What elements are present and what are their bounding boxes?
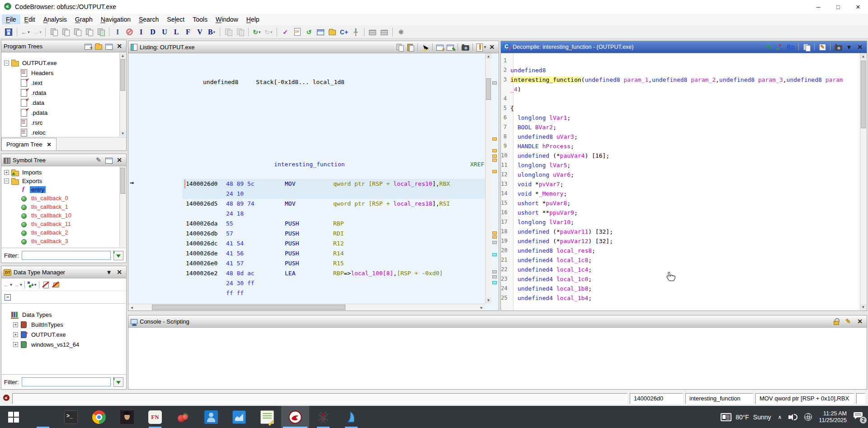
decompile-body[interactable]: 12undefined83interesting_function(undefi… [501,53,867,310]
decompile-line[interactable]: 4 [501,94,859,103]
menu-edit[interactable]: Edit [20,14,39,24]
filter-options-button[interactable] [113,251,123,260]
expander-icon[interactable]: − [4,61,9,66]
recycle-button[interactable]: ↺ [303,27,314,38]
program-tree-item[interactable]: −OUTPUT.exe [1,58,126,68]
parachute-button[interactable]: ╀ [350,27,361,38]
undefine-button[interactable]: U [159,27,170,38]
decompile-line[interactable]: 15 ushort *puVar8; [501,198,859,208]
data-button[interactable]: D [147,27,158,38]
memory-window-button[interactable] [315,27,326,38]
variable-button[interactable]: V [194,27,205,38]
symbol-tree-item[interactable]: tls_callback_11 [1,220,120,228]
scrollbar-thumb[interactable] [120,59,125,91]
minimize-button[interactable]: ─ [808,0,828,14]
assembly-row[interactable]: 1400026d548 89 74MOVqword ptr [RSP + loc… [183,199,485,209]
close-button[interactable]: ✕ [848,0,868,14]
assembly-row[interactable]: 24 18 [183,209,485,219]
dtm-new-datatype-button[interactable]: ▾ [27,280,37,289]
menu-tools[interactable]: Tools [189,14,212,24]
expander-icon[interactable]: + [4,170,9,175]
symbol-tree-item[interactable]: tls_callback_10 [1,211,120,220]
symbol-tree-scrollbar[interactable] [119,167,126,247]
close-button[interactable]: ✕ [115,268,124,277]
panel-menu-button[interactable]: ▾ [104,268,113,277]
scroll-right-icon[interactable]: ▶ [478,304,485,310]
scroll-left-icon[interactable]: ◀ [128,304,135,310]
decompile-line[interactable]: 9 HANDLE hProcess; [501,141,859,151]
taskbar-monitor-app[interactable] [225,406,253,428]
symbol-tree-item[interactable]: tls_callback_3 [1,237,120,245]
listing-scrollbar[interactable]: ▲ ▼ [485,53,491,303]
stack-declaration-line[interactable]: undefined8Stack[-0x1d8... local_1d8 [203,79,344,85]
back-button[interactable]: ←▾ [20,27,31,38]
scroll-marker[interactable] [492,253,497,256]
decompile-line[interactable]: 25 undefined4 local_1b4; [501,293,859,303]
menu-window[interactable]: Window [212,14,242,24]
decompile-line[interactable]: 22 undefined4 local_1c4; [501,265,859,274]
expander-icon[interactable]: + [13,342,18,347]
edit-symbol-button[interactable]: ✎ [94,155,103,165]
assembly-row[interactable]: 1400026d048 89 5cMOVqword ptr [RSP + loc… [183,179,485,189]
analyze-button[interactable]: ↻▾ [251,27,262,38]
edit-button[interactable] [818,42,827,52]
close-button[interactable]: ✕ [855,42,864,52]
decompile-line[interactable]: _4) [501,85,859,94]
taskbar-portrait[interactable] [113,406,141,428]
function-button[interactable]: F [183,27,193,38]
data-type-item[interactable]: +BuiltInTypes [1,320,126,329]
close-button[interactable]: ✕ [855,317,864,326]
binary-doc-button[interactable] [292,27,302,38]
memory-map-button[interactable] [367,27,378,38]
listing-body[interactable]: → undefined8Stack[-0x1d8... local_1d8 in… [128,53,499,310]
symbol-filter-input[interactable] [22,251,111,260]
open-folder-button[interactable] [94,42,103,51]
snapshot-button[interactable] [461,42,470,52]
expander-icon[interactable]: − [4,179,9,183]
decompile-scrollbar[interactable]: ▲ ▼ [860,53,866,310]
taskbar-terminal[interactable] [57,406,85,428]
menu-search[interactable]: Search [135,14,163,24]
assembly-row[interactable]: 1400026da55PUSHRBP [183,219,485,229]
scroll-marker[interactable] [492,170,497,173]
listing-hscrollbar[interactable]: ◀ ▶ [128,304,485,310]
snapshot-button[interactable] [834,42,843,52]
copy-button[interactable] [395,42,404,52]
assembly-row[interactable]: 1400026dc41 54PUSHR12 [183,239,485,249]
copy-block-button[interactable] [48,27,59,38]
dtm-filter-arrays-button[interactable] [42,280,51,289]
decompile-line[interactable]: 18 undefined (*pauVar11) [32]; [501,227,859,236]
menu-file[interactable]: File [2,14,20,24]
expander-icon[interactable]: + [13,322,18,327]
decompile-line[interactable]: 11 longlong lVar5; [501,160,859,170]
decompile-line[interactable]: 3interesting_function(undefined8 param_1… [501,75,859,85]
scroll-up-icon[interactable]: ▲ [860,53,866,59]
decompile-line[interactable]: 6 longlong lVar1; [501,113,859,122]
patch2-button[interactable] [235,27,245,38]
copy-block3-button[interactable] [72,27,83,38]
panel-menu-button[interactable]: ▾ [844,42,854,52]
label-button[interactable]: L [171,27,182,38]
scrollbar-thumb[interactable] [486,78,491,100]
cursor-location-button[interactable] [420,42,429,52]
clear-code-button[interactable] [124,27,135,38]
scroll-marker[interactable] [492,241,497,244]
lock-button[interactable] [832,317,841,326]
tab-program-tree[interactable]: Program Tree ✕ [1,138,57,151]
refresh-button[interactable]: ↻ [764,42,774,52]
taskbar-cherry[interactable] [169,406,197,428]
goto-symbol-button[interactable] [104,155,113,165]
memory-map2-button[interactable] [379,27,390,38]
menu-navigation[interactable]: Navigation [97,14,135,24]
scrollbar-thumb[interactable] [120,168,125,194]
decompile-line[interactable]: 16 ushort **ppuVar9; [501,208,859,217]
program-tree-item[interactable]: .reloc [1,127,126,137]
weather-widget[interactable]: 80°FSunny [721,413,771,421]
taskbar-file-explorer[interactable] [29,406,57,428]
program-tree-item[interactable]: .pdata [1,108,126,118]
dtm-filter-input[interactable] [22,377,111,386]
analyze-disabled-button[interactable]: ↻▾ [263,27,274,38]
assembly-row[interactable]: 24 30 ff [183,278,485,288]
notification-center-icon[interactable]: 2 [854,412,864,422]
paste-button[interactable] [406,42,415,52]
